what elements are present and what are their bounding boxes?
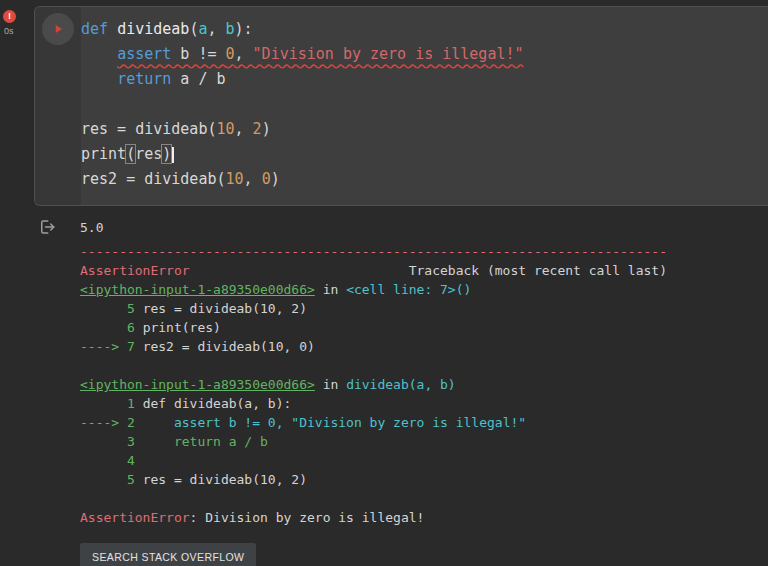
error-squiggle: assert b != 0, "Division by zero is ille…	[117, 45, 523, 63]
notebook-code-cell: def divideab(a, b): assert b != 0, "Divi…	[34, 6, 768, 206]
code-token: 0	[226, 45, 235, 63]
code-token: assert b != 0, "Division by zero is ille…	[143, 415, 527, 430]
code-token: b	[226, 20, 235, 38]
code-token: print(res)	[143, 320, 221, 335]
code-token: res = divideab(10, 2)	[143, 472, 307, 487]
play-icon	[51, 22, 65, 36]
code-line[interactable]: res2 = divideab(10, 0)	[81, 167, 768, 192]
exception-message: AssertionError: Division by zero is ille…	[80, 508, 768, 527]
run-cell-button[interactable]	[42, 13, 74, 45]
code-line[interactable]: res = divideab(10, 2)	[81, 117, 768, 142]
code-token: ----> 7	[80, 339, 143, 354]
code-token: 3	[80, 434, 143, 449]
code-token: divideab(a, b)	[346, 377, 456, 392]
code-token: ,	[244, 170, 262, 188]
code-token: ,	[235, 45, 253, 63]
code-token: 6	[80, 320, 143, 335]
code-token: 5	[80, 301, 143, 316]
code-token	[81, 45, 117, 63]
code-token: divideab	[117, 20, 189, 38]
traceback-frame-link[interactable]: <ipython-input-1-a89350e00d66> in divide…	[80, 375, 768, 394]
code-token: AssertionError	[80, 263, 190, 278]
traceback-line	[80, 489, 768, 508]
stream-output: 5.0	[80, 218, 768, 237]
traceback-line: 6 print(res)	[80, 318, 768, 337]
execution-error-badge: !	[3, 10, 16, 23]
code-token: ----> 2	[80, 415, 143, 430]
code-line[interactable]: print(res)	[81, 142, 768, 167]
traceback-separator: ----------------------------------------…	[80, 242, 768, 261]
code-token: 10	[216, 120, 234, 138]
code-token: <cell line: 7>()	[346, 282, 471, 297]
code-token: 1	[80, 396, 143, 411]
code-token: "Division by zero is illegal!"	[253, 45, 524, 63]
cell-run-gutter	[35, 7, 81, 205]
code-token: ,	[235, 120, 253, 138]
code-token: 4	[80, 453, 135, 468]
code-token: 5	[80, 472, 143, 487]
code-token: )	[271, 170, 280, 188]
traceback-frame-link[interactable]: <ipython-input-1-a89350e00d66> in <cell …	[80, 280, 768, 299]
code-token: res2 = divideab(	[81, 170, 226, 188]
traceback-line	[80, 356, 768, 375]
code-token: AssertionError	[80, 510, 190, 525]
code-token: ):	[235, 20, 253, 38]
output-body: 5.0-------------------------------------…	[80, 216, 768, 566]
code-token: return a / b	[143, 434, 268, 449]
cell-output-icon	[38, 218, 80, 240]
code-line[interactable]: def divideab(a, b):	[81, 17, 768, 42]
code-token: )	[162, 145, 171, 163]
code-token	[108, 20, 117, 38]
code-token: res = divideab(	[81, 120, 216, 138]
code-token: <ipython-input-1-a89350e00d66>	[80, 282, 315, 297]
traceback-line: 5 res = divideab(10, 2)	[80, 299, 768, 318]
execution-time-label: 0s	[4, 26, 14, 36]
cell-output: 5.0-------------------------------------…	[0, 216, 768, 566]
code-token	[81, 70, 117, 88]
code-token: print	[81, 145, 126, 163]
code-line[interactable]: return a / b	[81, 67, 768, 92]
code-token: res	[135, 145, 162, 163]
execution-gutter: ! 0s	[0, 0, 34, 566]
traceback-text: 5.0-------------------------------------…	[80, 218, 768, 527]
code-token: ----------------------------------------…	[80, 244, 667, 259]
code-token: 0	[262, 170, 271, 188]
code-token: ,	[207, 20, 225, 38]
code-token: a / b	[171, 70, 225, 88]
code-token: res2 = divideab(10, 0)	[143, 339, 315, 354]
code-token: (	[126, 145, 135, 163]
text-cursor	[172, 147, 174, 163]
code-token: assert	[117, 45, 171, 63]
code-token: 5.0	[80, 220, 103, 235]
code-token: b !=	[171, 45, 225, 63]
code-token: in	[315, 282, 346, 297]
code-editor[interactable]: def divideab(a, b): assert b != 0, "Divi…	[81, 7, 768, 205]
code-line[interactable]	[81, 92, 768, 117]
code-token: def divideab(a, b):	[143, 396, 292, 411]
code-line[interactable]: assert b != 0, "Division by zero is ille…	[81, 42, 768, 67]
traceback-header: AssertionErrorTraceback (most recent cal…	[80, 261, 667, 280]
code-token: 10	[226, 170, 244, 188]
code-token: Traceback (most recent call last)	[409, 263, 667, 278]
code-token: <ipython-input-1-a89350e00d66>	[80, 377, 315, 392]
traceback-line: 5 res = divideab(10, 2)	[80, 470, 768, 489]
traceback-line: 4	[80, 451, 768, 470]
code-token: : Division by zero is illegal!	[190, 510, 425, 525]
code-token: )	[262, 120, 271, 138]
traceback-line: 3 return a / b	[80, 432, 768, 451]
code-token: def	[81, 20, 108, 38]
code-token: in	[315, 377, 346, 392]
traceback-line: ----> 2 assert b != 0, "Division by zero…	[80, 413, 768, 432]
code-token: return	[117, 70, 171, 88]
code-token: 2	[253, 120, 262, 138]
traceback-line: 1 def divideab(a, b):	[80, 394, 768, 413]
traceback-line: ----> 7 res2 = divideab(10, 0)	[80, 337, 768, 356]
code-token: res = divideab(10, 2)	[143, 301, 307, 316]
search-stack-overflow-button[interactable]: SEARCH STACK OVERFLOW	[80, 543, 256, 566]
